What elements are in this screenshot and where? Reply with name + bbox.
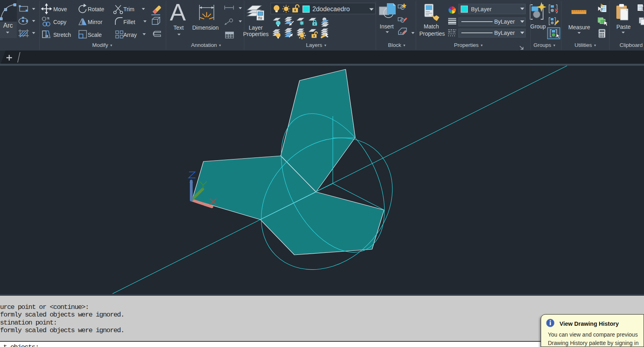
svg-text:A: A [170,0,186,26]
svg-text:ByLayer: ByLayer [471,6,492,12]
svg-text:ByLayer: ByLayer [494,18,515,25]
svg-text:2dodecaedro: 2dodecaedro [312,6,350,12]
svg-text:ByLayer: ByLayer [494,30,515,36]
